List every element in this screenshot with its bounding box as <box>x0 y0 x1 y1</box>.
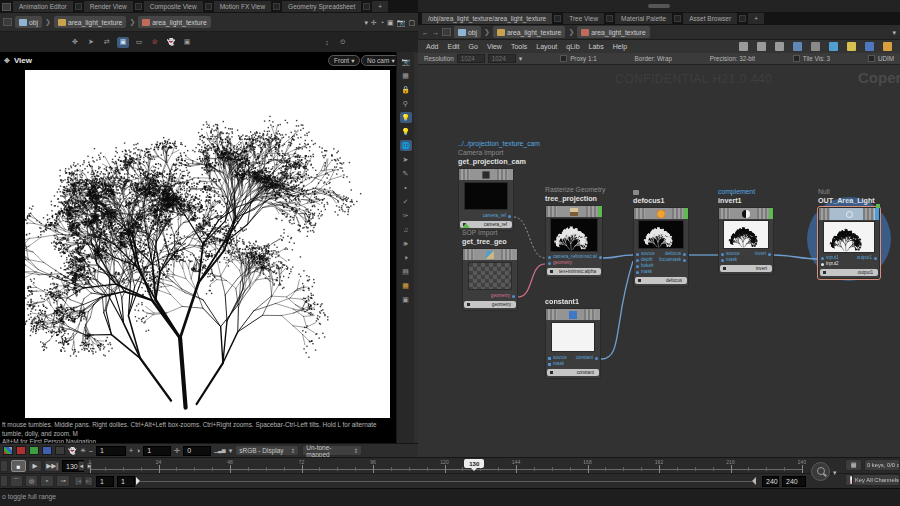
node-header[interactable] <box>546 309 600 320</box>
tab-close-icon[interactable] <box>205 3 212 10</box>
window-tab-geometry-spreadsheet[interactable]: Geometry Spreadsheet <box>282 1 361 12</box>
key-all-channels-button[interactable]: Key All Channels <box>852 474 900 486</box>
offset-icon[interactable]: ✛ <box>174 447 180 454</box>
input-port[interactable]: mask <box>721 258 737 263</box>
ghost-icon[interactable]: 👻 <box>68 447 77 454</box>
nav-back-icon[interactable]: ← <box>422 29 429 36</box>
green-flag[interactable] <box>769 208 773 219</box>
snapshot-icon[interactable]: 📷 <box>397 19 406 26</box>
node-output-pill[interactable]: tex+intrinsic:alpha <box>547 268 601 275</box>
pane-menu-icon[interactable] <box>2 3 11 11</box>
menu-go[interactable]: Go <box>469 43 478 50</box>
green-flag[interactable] <box>598 206 602 217</box>
breadcrumb-area_light_texture[interactable]: area_light_texture <box>54 16 126 28</box>
node-body[interactable]: sourcedefocusdepthfocusmaskbokehmaskdefo… <box>633 207 689 287</box>
loop-mode-button[interactable]: ◎ <box>25 475 38 487</box>
notes-icon[interactable]: ♫ <box>400 224 412 235</box>
input-port[interactable]: mask <box>636 270 652 275</box>
play-button[interactable]: ▶ <box>28 460 42 472</box>
thumbnails-icon[interactable] <box>793 42 802 51</box>
input-port[interactable]: mask <box>548 362 564 367</box>
global-range-end-field[interactable]: 240 <box>782 476 806 487</box>
input-port[interactable]: geometry <box>548 261 572 266</box>
green-swatch[interactable] <box>29 446 39 455</box>
treeview-icon[interactable] <box>757 42 766 51</box>
input-pin[interactable] <box>548 262 551 265</box>
output-port[interactable]: geometry <box>491 294 515 299</box>
green-flag[interactable] <box>684 208 688 219</box>
new-tab-button[interactable]: + <box>372 1 388 12</box>
network-tab-3[interactable]: Asset Browser <box>683 13 737 24</box>
pane-link-icon[interactable] <box>3 18 12 26</box>
output-port[interactable]: output1 <box>857 256 877 261</box>
view-front-button[interactable]: Front▾ <box>328 55 360 66</box>
input-port[interactable]: source <box>548 356 567 361</box>
node-tree_projection[interactable]: Rasterize Geometrytree_projectioncamera_… <box>545 205 603 278</box>
node-body[interactable]: geometrygeometry <box>462 248 518 311</box>
handles-icon[interactable]: ▣ <box>117 37 129 48</box>
tools-icon[interactable] <box>739 42 748 51</box>
output-pin[interactable] <box>768 253 771 256</box>
tab-close-icon[interactable] <box>363 3 370 10</box>
input-pin[interactable] <box>636 265 639 268</box>
brush-icon[interactable]: ✎ <box>400 168 412 179</box>
input-pin[interactable] <box>636 259 639 262</box>
res-scale-icon[interactable]: ↕ <box>321 37 333 48</box>
output-port[interactable]: invert <box>755 252 771 257</box>
input-pin[interactable] <box>721 253 724 256</box>
alpha-swatch[interactable] <box>55 446 65 455</box>
playbar-zoom-icon[interactable] <box>811 462 830 481</box>
path-dropdown-icon[interactable]: ▾ <box>364 19 368 26</box>
pane-link-icon[interactable] <box>442 28 451 36</box>
input-port[interactable]: depth <box>636 258 653 263</box>
output-port[interactable]: focusmask <box>659 258 686 263</box>
wire-constant1-to-defocus1[interactable] <box>601 261 633 359</box>
wire-get_projection_cam-to-tree_projection[interactable] <box>514 217 545 258</box>
output-pin[interactable] <box>508 215 511 218</box>
pin-icon[interactable]: ✛ <box>371 19 377 26</box>
wire-get_tree_geo-to-tree_projection[interactable] <box>518 264 545 297</box>
camera-lock-icon[interactable]: ▣ <box>181 37 193 48</box>
node-body[interactable]: sourceinvertmaskinvert <box>718 207 774 275</box>
input-port[interactable]: source <box>636 252 655 257</box>
network-editor[interactable]: CONFIDENTIAL H21.0.440 Copernicus ../../… <box>418 65 900 457</box>
input-pin[interactable] <box>636 271 639 274</box>
display-icon[interactable]: ▢ <box>408 19 415 26</box>
output-pin[interactable] <box>874 257 877 260</box>
pointer-icon[interactable]: ➤ <box>400 154 412 165</box>
input-pin[interactable] <box>636 253 639 256</box>
info-field[interactable]: 1024 <box>488 54 516 63</box>
input-pin[interactable] <box>721 259 724 262</box>
colorspace-select[interactable]: sRGB - Display⇕ <box>235 445 299 456</box>
input-port[interactable]: bokeh <box>636 264 654 269</box>
output-pin[interactable] <box>512 295 515 298</box>
marquee-icon[interactable]: ▭ <box>133 37 145 48</box>
input-port[interactable]: source <box>721 252 740 257</box>
tab-close-icon[interactable] <box>606 15 613 22</box>
headlight-icon[interactable]: 💡 <box>400 112 412 123</box>
select-icon[interactable]: ➤ <box>85 37 97 48</box>
breadcrumb-area_light_texture[interactable]: area_light_texture <box>577 26 649 38</box>
menu-qlib[interactable]: qLib <box>566 43 579 50</box>
bulb-icon[interactable]: 💡 <box>400 126 412 137</box>
pen-icon[interactable]: ✑ <box>400 210 412 221</box>
layout-icon[interactable]: ▤ <box>400 266 412 277</box>
node-header[interactable] <box>819 208 879 220</box>
pane-splitter-handle[interactable] <box>648 4 670 8</box>
range-end-handle[interactable] <box>748 477 756 485</box>
tab-close-icon[interactable] <box>135 3 142 10</box>
speaker-icon[interactable]: 🕪 <box>400 238 412 249</box>
gamma-field[interactable]: 1 <box>96 446 126 456</box>
path-dropdown-icon[interactable]: ▾ <box>892 29 896 36</box>
window-tab-animation-editor[interactable]: Animation Editor <box>13 1 73 12</box>
mute-icon[interactable]: 🕨 <box>400 252 412 263</box>
blue-swatch[interactable] <box>42 446 52 455</box>
tonemap-select[interactable]: Un-tone-mapped⇕ <box>302 445 362 456</box>
node-header[interactable] <box>463 249 517 260</box>
minus-icon[interactable]: – <box>89 447 93 454</box>
tab-close-icon[interactable] <box>273 3 280 10</box>
input-pin[interactable] <box>821 257 824 260</box>
input-port[interactable]: camera_ref <box>548 255 576 260</box>
node-output-pill[interactable]: defocus <box>635 277 687 284</box>
render-region-icon[interactable]: ⊘ <box>149 37 161 48</box>
